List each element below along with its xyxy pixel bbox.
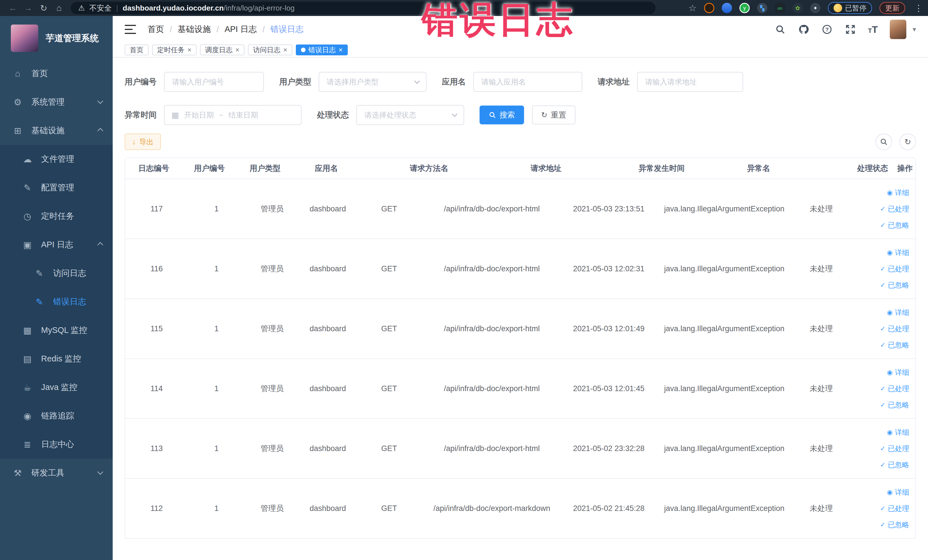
tag-access-log[interactable]: 访问日志 × <box>248 44 292 55</box>
mark-processed-link[interactable]: ✓ 已处理 <box>880 504 909 513</box>
cell-status: 未处理 <box>793 204 850 214</box>
process-status-select[interactable] <box>356 105 464 125</box>
app-header: 首页 / 基础设施 / API 日志 / 错误日志 ? <box>113 16 928 43</box>
user-id-input[interactable] <box>164 72 264 92</box>
process-status-select-input[interactable] <box>356 105 464 125</box>
sidebar-item-config-manage[interactable]: ✎ 配置管理 <box>0 174 113 202</box>
search-icon[interactable] <box>774 24 786 35</box>
app-logo[interactable]: 芋道管理系统 <box>0 16 113 60</box>
extension-icon[interactable]: on <box>775 3 785 13</box>
detail-link[interactable]: ◉ 详细 <box>887 308 909 317</box>
font-size-icon[interactable]: TT <box>868 24 878 35</box>
sidebar-item-scheduled-job[interactable]: ◷ 定时任务 <box>0 202 113 230</box>
mark-processed-link[interactable]: ✓ 已处理 <box>880 264 909 273</box>
avatar-caret-icon[interactable]: ▾ <box>913 25 916 34</box>
profile-paused-chip[interactable]: 已暂停 <box>828 2 872 14</box>
browser-menu-icon[interactable]: ⋮ <box>914 3 923 13</box>
sidebar-item-error-log[interactable]: ✎ 错误日志 <box>0 288 113 316</box>
exception-time-range-picker[interactable]: ▦ 开始日期 ~ 结束日期 <box>164 105 302 125</box>
sidebar-item-access-log[interactable]: ✎ 访问日志 <box>0 259 113 288</box>
url-host: dashboard.yudao.iocoder.cn <box>123 4 224 12</box>
bookmark-star-icon[interactable]: ☆ <box>688 3 697 14</box>
search-button[interactable]: 搜索 <box>479 105 524 124</box>
sidebar-item-system[interactable]: ⚙ 系统管理 <box>0 88 113 116</box>
mark-processed-link[interactable]: ✓ 已处理 <box>880 384 909 394</box>
sidebar-item-file-manage[interactable]: ☁ 文件管理 <box>0 145 113 174</box>
user-type-select[interactable] <box>319 72 426 92</box>
cell-request-url: /api/infra/db-doc/export-html <box>422 324 562 333</box>
mark-ignored-link[interactable]: ✓ 已忽略 <box>880 520 909 529</box>
user-type-select-input[interactable] <box>319 72 426 92</box>
extension-icon[interactable] <box>704 3 714 13</box>
cell-app-name: dashboard <box>299 324 356 333</box>
toggle-search-button[interactable] <box>876 134 892 150</box>
reset-button[interactable]: ↻ 重置 <box>532 105 575 124</box>
close-icon[interactable]: × <box>188 46 191 53</box>
close-icon[interactable]: × <box>283 46 287 53</box>
extension-icon[interactable]: ✿ <box>792 3 803 13</box>
cell-actions: ◉ 详细 ✓ 已处理 ✓ <box>853 368 909 410</box>
close-icon[interactable]: × <box>235 46 240 53</box>
table-row[interactable]: 114 1 管理员 dashboard GET /api/infra/db-do… <box>125 359 916 419</box>
table-row[interactable]: 117 1 管理员 dashboard GET /api/infra/db-do… <box>125 179 916 239</box>
sidebar-item-redis-monitor[interactable]: ▤ Redis 监控 <box>0 345 113 373</box>
extension-icon[interactable]: ✦ <box>810 3 820 13</box>
detail-link[interactable]: ◉ 详细 <box>887 488 909 497</box>
mark-processed-link[interactable]: ✓ 已处理 <box>880 204 909 214</box>
request-url-input[interactable] <box>637 72 743 92</box>
detail-link[interactable]: ◉ 详细 <box>887 428 909 437</box>
table-row[interactable]: 115 1 管理员 dashboard GET /api/infra/db-do… <box>125 299 916 359</box>
breadcrumb-item[interactable]: API 日志 <box>224 24 257 35</box>
detail-link[interactable]: ◉ 详细 <box>887 188 909 197</box>
sidebar-item-mysql-monitor[interactable]: ▦ MySQL 监控 <box>0 316 113 345</box>
mark-ignored-link[interactable]: ✓ 已忽略 <box>880 400 909 410</box>
table-row[interactable]: 113 1 管理员 dashboard GET /api/infra/db-do… <box>125 419 916 479</box>
breadcrumb-item[interactable]: 基础设施 <box>178 24 211 35</box>
table-row[interactable]: 112 1 管理员 dashboard GET /api/infra/db-do… <box>125 479 916 539</box>
table-row[interactable]: 116 1 管理员 dashboard GET /api/infra/db-do… <box>125 239 916 299</box>
sidebar-item-log-center[interactable]: ≣ 日志中心 <box>0 430 113 459</box>
edit-icon: ✎ <box>22 183 33 193</box>
tag-scheduled-job[interactable]: 定时任务 × <box>152 44 197 55</box>
github-icon[interactable] <box>798 24 809 35</box>
detail-link[interactable]: ◉ 详细 <box>887 248 909 257</box>
address-bar[interactable]: ⚠ 不安全 | dashboard.yudao.iocoder.cn/infra… <box>71 2 656 14</box>
fullscreen-icon[interactable] <box>845 24 856 35</box>
refresh-table-button[interactable]: ↻ <box>899 134 916 150</box>
mark-ignored-link[interactable]: ✓ 已忽略 <box>880 340 909 350</box>
mark-ignored-link[interactable]: ✓ 已忽略 <box>880 460 909 470</box>
extension-icon[interactable] <box>722 3 732 13</box>
sidebar-toggle-icon[interactable] <box>125 25 136 34</box>
sidebar-item-infra[interactable]: ⊞ 基础设施 <box>0 116 113 145</box>
tag-error-log[interactable]: 错误日志 × <box>296 44 348 55</box>
mark-processed-link[interactable]: ✓ 已处理 <box>880 444 909 453</box>
sidebar-item-trace[interactable]: ◉ 链路追踪 <box>0 402 113 430</box>
check-icon: ✓ <box>880 221 885 229</box>
update-chip[interactable]: 更新 <box>879 2 905 14</box>
sidebar-item-home[interactable]: ⌂ 首页 <box>0 60 113 88</box>
cell-method: GET <box>356 504 422 513</box>
back-icon[interactable]: ← <box>5 2 21 14</box>
mark-processed-link[interactable]: ✓ 已处理 <box>880 324 909 334</box>
mark-ignored-link[interactable]: ✓ 已忽略 <box>880 281 909 290</box>
tag-schedule-log[interactable]: 调度日志 × <box>200 44 244 55</box>
user-avatar[interactable] <box>890 20 906 39</box>
forward-icon[interactable]: → <box>21 2 36 14</box>
reload-icon[interactable]: ↻ <box>36 2 51 14</box>
sidebar-item-api-log[interactable]: ▣ API 日志 <box>0 230 113 259</box>
tag-home[interactable]: 首页 <box>125 44 149 55</box>
close-icon[interactable]: × <box>339 46 343 53</box>
mark-ignored-link[interactable]: ✓ 已忽略 <box>880 221 909 230</box>
home-nav-icon[interactable]: ⌂ <box>51 2 67 14</box>
extension-icon[interactable]: y <box>739 3 750 13</box>
help-icon[interactable]: ? <box>821 24 833 35</box>
app-name-input[interactable] <box>473 72 582 92</box>
sidebar-item-devtools[interactable]: ⚒ 研发工具 <box>0 459 113 487</box>
export-button[interactable]: ↓ 导出 <box>125 134 161 150</box>
breadcrumb-item[interactable]: 首页 <box>148 24 164 35</box>
sidebar-item-java-monitor[interactable]: ☕ Java 监控 <box>0 373 113 402</box>
refresh-icon: ↻ <box>904 137 911 146</box>
extension-icon[interactable]: ▚ <box>757 3 768 13</box>
detail-link[interactable]: ◉ 详细 <box>887 368 909 377</box>
cell-user-id: 1 <box>188 264 245 273</box>
